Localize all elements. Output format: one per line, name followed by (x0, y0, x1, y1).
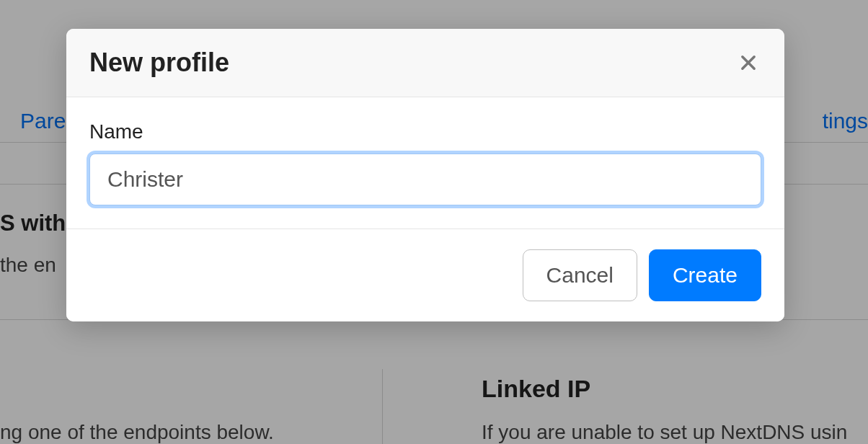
name-label: Name (89, 120, 761, 143)
modal-title: New profile (89, 48, 229, 78)
create-button[interactable]: Create (649, 249, 761, 301)
new-profile-modal: New profile Name Cancel Create (66, 29, 784, 321)
modal-header: New profile (66, 29, 784, 97)
name-input[interactable] (89, 154, 761, 205)
close-icon (738, 53, 758, 73)
close-button[interactable] (735, 50, 761, 76)
cancel-button[interactable]: Cancel (523, 249, 637, 301)
modal-footer: Cancel Create (66, 228, 784, 321)
modal-body: Name (66, 97, 784, 228)
